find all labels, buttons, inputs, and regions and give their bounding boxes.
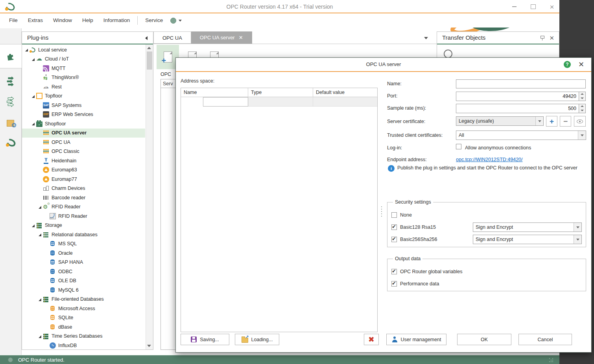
tree-item-file-oriented-databases[interactable]: File-oriented Databases [22,295,145,304]
basic128-label[interactable]: Basic128 Rsa15 [400,224,436,230]
store-toolbar-button[interactable]: ⚙ [0,112,22,133]
type-cell[interactable] [248,97,313,107]
allow-anonymous-checkbox[interactable] [456,144,461,149]
none-checkbox[interactable] [391,212,397,218]
help-icon[interactable]: ? [564,61,571,68]
scroll-up-icon[interactable] [147,47,151,49]
tree-item-relational-databases[interactable]: Relational databases [22,230,145,239]
tree-item-barcode-reader[interactable]: Barcode reader [22,193,145,202]
basic128-checkbox[interactable] [391,224,397,230]
close-icon[interactable]: × [548,2,556,11]
tree-item-ole-db[interactable]: OLE DB [22,276,145,286]
scrollbar-thumb[interactable] [147,51,152,70]
spin-up-icon[interactable] [579,92,585,96]
tree-item-euromap77[interactable]: Euromap77 [22,175,145,184]
performance-data-label[interactable]: Performance data [400,281,439,287]
expander-icon[interactable] [37,202,43,211]
tree-item-opc-ua-server[interactable]: OPC UA server [22,129,145,138]
menu-information[interactable]: Information [98,13,135,28]
tree-item-mqtt[interactable]: MQTT [22,64,145,73]
close-panel-icon[interactable]: ✕ [549,35,554,41]
column-header-type[interactable]: Type [248,88,313,97]
ok-button[interactable]: OK [457,334,511,345]
tree-item-opc-ua[interactable]: OPC UA [22,138,145,147]
expander-icon[interactable] [37,332,43,341]
opc-router-toolbar-button[interactable] [0,132,22,153]
tree-item-opc-classic[interactable]: OPC Classic [22,147,145,156]
expander-icon[interactable] [37,230,43,239]
endpoint-address-link[interactable]: opc.tcp://WIN2012STD:49420/ [456,157,523,162]
performance-data-checkbox[interactable] [391,281,397,287]
tree-item-shopfloor[interactable]: Shopfloor [22,119,145,129]
allow-anonymous-label[interactable]: Allow anonymous connections [465,145,531,151]
service-dropdown-caret-icon[interactable] [179,20,182,22]
tree-item-heidenhain[interactable]: Heidenhain [22,156,145,165]
add-certificate-button[interactable]: + [546,116,557,127]
service-status-icon[interactable] [170,18,176,24]
tree-item-charm-devices[interactable]: Charm Devices [22,184,145,193]
tree-item-odbc[interactable]: ODBC [22,267,145,276]
tree-item-cloud-iot[interactable]: Cloud / IoT [22,55,145,64]
tree-scrollbar[interactable] [146,44,153,349]
expander-icon[interactable] [31,221,36,230]
resize-grip-icon[interactable] [549,358,554,363]
plugins-toolbar-button[interactable] [0,44,22,68]
menu-file[interactable]: File [4,13,23,28]
tab-opc-ua[interactable]: OPC UA [153,31,191,44]
maximize-icon[interactable] [529,2,537,11]
sample-rate-input[interactable] [456,104,579,113]
expander-icon[interactable] [31,92,36,101]
global-variables-checkbox[interactable] [391,269,397,274]
pin-icon[interactable] [540,35,544,41]
chevron-down-icon[interactable] [535,117,543,125]
tree-item-ms-sql[interactable]: MS SQL [22,239,145,249]
tab-opc-ua-server[interactable]: OPC UA server ✕ [191,31,252,44]
tree-item-local-service[interactable]: Local service [22,45,145,55]
spin-down-icon[interactable] [579,108,585,113]
expander-icon[interactable] [31,55,36,64]
tree-item-storage[interactable]: Storage [22,221,145,230]
none-label[interactable]: None [400,212,412,218]
basic256-mode-select[interactable]: Sign and Encrypt [473,235,582,244]
port-input[interactable] [456,92,579,101]
tree-item-mysql-6[interactable]: MySQL 6 [22,285,145,295]
basic256-label[interactable]: Basic256Sha256 [400,237,437,242]
expander-icon[interactable] [24,45,30,54]
saving-button[interactable]: Saving... [181,334,229,345]
collapse-panel-icon[interactable] [145,36,148,40]
name-input[interactable] [456,79,586,88]
chevron-down-icon[interactable] [574,223,581,232]
port-spinner[interactable] [579,92,586,101]
expander-icon[interactable] [37,295,43,304]
default-value-cell[interactable] [313,97,377,107]
dialog-close-icon[interactable]: ✕ [578,61,584,68]
expander-icon[interactable] [31,119,36,128]
view-certificate-button[interactable] [574,116,586,127]
tree-item-sap-hana[interactable]: SAP HANA [22,258,145,267]
tree-item-microsoft-access[interactable]: Microsoft Access [22,304,145,313]
splitter-handle[interactable] [381,206,382,221]
tree-item-topfloor[interactable]: Topfloor [22,92,145,101]
column-header-name[interactable]: Name [181,88,248,97]
spin-up-icon[interactable] [579,104,585,108]
minimize-icon[interactable] [510,2,518,11]
chevron-down-icon[interactable] [578,131,586,140]
tree-item-rfid-reader[interactable]: RFID Reader [22,202,145,212]
tree-item-euromap63[interactable]: Euromap63 [22,165,145,175]
basic256-checkbox[interactable] [391,237,397,242]
menu-window[interactable]: Window [48,13,77,28]
tree-item-sap-systems[interactable]: SAP Systems [22,101,145,110]
tree-item-time-series-databases[interactable]: Time Series Databases [22,332,145,341]
remove-certificate-button[interactable]: − [560,116,571,127]
tree-item-erp-web-services[interactable]: ERP Web Services [22,110,145,119]
scroll-down-icon[interactable] [147,345,151,347]
global-variables-label[interactable]: OPC Router global variables [400,269,462,274]
sample-rate-spinner[interactable] [579,104,586,113]
tree-item-influxdb[interactable]: InfluxDB [22,341,145,349]
tree-item-oracle[interactable]: Oracle [22,248,145,258]
loading-button[interactable]: Loading... [235,334,279,345]
server-certificate-select[interactable]: Legacy (unsafe) [456,116,544,126]
user-management-button[interactable]: User management [386,334,446,345]
template-connections-toolbar-button[interactable] [0,91,22,112]
menu-service[interactable]: Service [140,13,168,28]
